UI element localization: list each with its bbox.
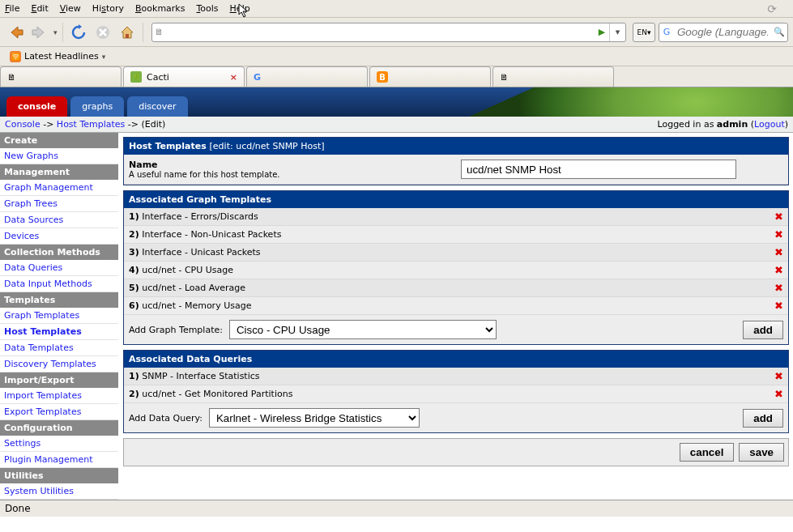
browser-tab[interactable]: 🌵Cacti× [123, 66, 245, 87]
sidebar-item[interactable]: New Graphs [0, 148, 118, 164]
app-tab-graphs[interactable]: graphs [70, 96, 124, 117]
rss-icon: 🛜 [10, 51, 21, 62]
sidebar-item[interactable]: Export Templates [0, 404, 118, 420]
home-button[interactable] [117, 22, 138, 43]
app-tab-console[interactable]: console [6, 96, 67, 117]
row-label: 4) ucd/net - CPU Usage [129, 265, 233, 275]
name-desc: A useful name for this host template. [129, 170, 453, 179]
search-icon[interactable]: 🔍 [771, 27, 787, 37]
sidebar-item[interactable]: Import Templates [0, 388, 118, 404]
row-label: 6) ucd/net - Memory Usage [129, 300, 251, 311]
data-query-row: 1) SNMP - Interface Statistics✖ [124, 368, 788, 385]
menu-tools[interactable]: Tools [196, 3, 218, 14]
url-input[interactable] [167, 26, 595, 38]
row-label: 3) Interface - Unicast Packets [129, 247, 261, 257]
add-dq-select[interactable]: Karlnet - Wireless Bridge Statistics [209, 408, 420, 428]
page-icon: 🗎 [7, 72, 16, 83]
sidebar-item[interactable]: Devices [0, 228, 118, 245]
url-dropdown[interactable]: ▾ [609, 23, 625, 41]
save-button[interactable]: save [739, 443, 784, 462]
breadcrumb: Console -> Host Templates -> (Edit) Logg… [0, 117, 793, 133]
back-button[interactable] [5, 22, 26, 43]
logout-link[interactable]: Logout [754, 119, 785, 130]
browser-tab[interactable]: B [369, 66, 491, 87]
search-input[interactable] [674, 26, 771, 38]
graph-template-row: 2) Interface - Non-Unicast Packets✖ [124, 226, 788, 244]
sidebar-item[interactable]: Data Templates [0, 340, 118, 356]
sidebar-item[interactable]: Graph Trees [0, 196, 118, 212]
crumb-host-templates[interactable]: Host Templates [57, 119, 125, 130]
sidebar-item[interactable]: Plugin Management [0, 452, 118, 468]
name-input[interactable] [461, 160, 736, 179]
keyboard-layout-button[interactable]: EN▾ [633, 23, 655, 42]
page-icon: 🗎 [152, 27, 167, 37]
add-gt-select[interactable]: Cisco - CPU Usage [229, 320, 497, 339]
row-label: 2) ucd/net - Get Monitored Partitions [129, 389, 292, 399]
sidebar-item[interactable]: System Utilities [0, 483, 118, 500]
delete-icon[interactable]: ✖ [774, 264, 783, 276]
app-tab-discover[interactable]: discover [127, 96, 187, 117]
sidebar-item[interactable]: Data Sources [0, 212, 118, 228]
menu-edit[interactable]: Edit [31, 3, 48, 14]
sidebar-heading: Collection Methods [0, 245, 118, 260]
add-graph-template-row: Add Graph Template: Cisco - CPU Usage ad… [124, 315, 788, 344]
forward-button[interactable] [29, 22, 50, 43]
sidebar-item[interactable]: Graph Templates [0, 308, 118, 324]
graph-template-row: 5) ucd/net - Load Average✖ [124, 279, 788, 297]
delete-icon[interactable]: ✖ [774, 282, 783, 294]
name-field-row: Name A useful name for this host templat… [124, 155, 788, 185]
host-templates-panel: Host Templates [edit: ucd/net SNMP Host]… [123, 137, 789, 185]
delete-icon[interactable]: ✖ [774, 211, 783, 223]
sidebar-item[interactable]: Graph Management [0, 180, 118, 196]
sidebar-heading: Configuration [0, 420, 118, 436]
stop-button[interactable] [92, 22, 113, 43]
graph-template-row: 4) ucd/net - CPU Usage✖ [124, 262, 788, 279]
reload-button[interactable] [68, 22, 89, 43]
sidebar-heading: Management [0, 164, 118, 180]
row-label: 2) Interface - Non-Unicast Packets [129, 229, 281, 240]
sidebar-heading: Templates [0, 292, 118, 308]
add-dq-button[interactable]: add [743, 409, 783, 428]
crumb-console[interactable]: Console [5, 119, 41, 130]
graph-template-row: 3) Interface - Unicast Packets✖ [124, 244, 788, 262]
sidebar-item[interactable]: Data Input Methods [0, 276, 118, 292]
browser-tab[interactable]: G [246, 66, 368, 87]
sidebar-heading: Import/Export [0, 372, 118, 388]
url-bar[interactable]: 🗎 ▶ ▾ [151, 23, 626, 42]
browser-tab[interactable]: 🗎 [0, 66, 122, 87]
add-gt-button[interactable]: add [743, 321, 783, 339]
browser-tab[interactable]: 🗎 [492, 66, 614, 87]
browser-menubar: File Edit View History Bookmarks Tools H… [0, 0, 793, 18]
row-label: 1) Interface - Errors/Discards [129, 211, 258, 222]
delete-icon[interactable]: ✖ [774, 246, 783, 258]
delete-icon[interactable]: ✖ [774, 300, 783, 312]
close-tab-icon[interactable]: × [230, 72, 237, 83]
add-gt-label: Add Graph Template: [129, 325, 223, 335]
login-status: Logged in as admin (Logout) [657, 119, 788, 130]
page-icon: 🗎 [500, 72, 509, 83]
delete-icon[interactable]: ✖ [774, 370, 783, 382]
cacti-logo-art [469, 87, 793, 117]
menu-bookmarks[interactable]: Bookmarks [135, 3, 185, 14]
menu-history[interactable]: History [92, 3, 124, 14]
delete-icon[interactable]: ✖ [774, 228, 783, 240]
menu-file[interactable]: File [5, 3, 19, 14]
svg-rect-1 [126, 34, 129, 38]
graph-template-row: 1) Interface - Errors/Discards✖ [124, 208, 788, 226]
sidebar-item[interactable]: Data Queries [0, 260, 118, 276]
sidebar-item[interactable]: Settings [0, 436, 118, 452]
menu-help[interactable]: Help [230, 3, 250, 14]
blogger-favicon: B [377, 71, 388, 83]
delete-icon[interactable]: ✖ [774, 388, 783, 400]
menu-view[interactable]: View [60, 3, 81, 14]
sidebar-item[interactable]: Host Templates [0, 324, 118, 340]
sidebar-item[interactable]: Discovery Templates [0, 356, 118, 372]
go-button[interactable]: ▶ [595, 27, 609, 37]
app-header: console graphs discover [0, 87, 793, 117]
search-bar[interactable]: G 🔍 [659, 23, 788, 42]
search-engine-icon[interactable]: G [659, 27, 674, 37]
latest-headlines-feed[interactable]: 🛜 Latest Headlines ▾ [5, 49, 110, 64]
nav-history-dropdown[interactable]: ▾ [53, 28, 58, 36]
browser-tabstrip: 🗎🌵Cacti×GB🗎 [0, 66, 793, 87]
cancel-button[interactable]: cancel [680, 443, 735, 462]
